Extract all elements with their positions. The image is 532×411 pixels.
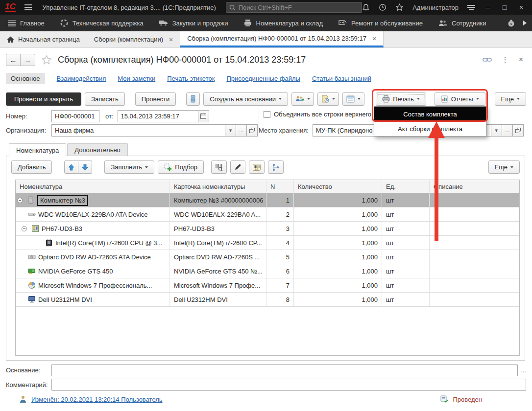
menu-item-kit-contents[interactable]: Состав комплекта (374, 107, 486, 121)
col-header[interactable]: Ед. (382, 180, 430, 193)
basis-field[interactable] (51, 364, 518, 376)
table-row[interactable]: NVIDIA GeForce GTS 450 NVIDIA GeForce GT… (16, 264, 519, 278)
col-header[interactable]: Номенклатура (16, 180, 170, 193)
tab-close-icon[interactable]: × (169, 36, 173, 44)
nav-link-files[interactable]: Присоединенные файлы (226, 75, 300, 82)
table-row[interactable]: Dell U2312HM DVI Dell U2312HM DVI 8 1,00… (16, 293, 519, 307)
document-structure-button[interactable] (186, 92, 200, 106)
pick-button[interactable]: Подбор (158, 160, 204, 174)
tab-assemblies-list[interactable]: Сборки (комплектации) × (87, 31, 180, 47)
nav-link-notes[interactable]: Мои заметки (118, 75, 155, 82)
back-button[interactable]: ← (6, 54, 21, 66)
print-button[interactable]: Печать (376, 92, 426, 106)
organization-ellipsis-button[interactable]: ... (236, 124, 247, 137)
storage-ellipsis-button[interactable]: ... (502, 124, 513, 137)
document-schedule-button[interactable] (317, 92, 339, 106)
basis-ellipsis-button[interactable]: ... (521, 366, 526, 374)
close-window-icon[interactable]: × (517, 3, 525, 11)
add-row-button[interactable]: Добавить (11, 160, 52, 174)
cell-value: WDC WD10EALX-229BA0 ATA Device (38, 211, 148, 218)
planner-button[interactable] (342, 92, 364, 106)
hierarchy-button[interactable] (268, 160, 284, 174)
nav-link-knowledge[interactable]: Статьи базы знаний (312, 75, 371, 82)
global-search-input[interactable]: Поиск Ctrl+Shift+F (226, 2, 362, 13)
stylus-button[interactable] (230, 160, 245, 174)
nav-link-main[interactable]: Основное (6, 73, 45, 84)
menu-item-sotrudniki[interactable]: Сотрудники (431, 15, 494, 31)
save-button[interactable]: Записать (85, 92, 125, 106)
col-header[interactable]: Карточка номенклатуры (170, 180, 266, 193)
salary-moneybag-icon[interactable]: s (508, 20, 515, 27)
col-header[interactable]: N (266, 180, 294, 193)
nav-link-interactions[interactable]: Взаимодействия (57, 75, 106, 82)
menu-item-nomenklatura[interactable]: Номенклатура и склад (236, 15, 331, 31)
maximize-icon[interactable]: □ (501, 3, 508, 11)
field-value: Наша фирма (55, 127, 94, 134)
col-header[interactable]: Описание (430, 180, 519, 193)
chevron-down-icon (307, 98, 310, 100)
organization-field[interactable]: Наша фирма (51, 124, 225, 137)
table-row[interactable]: Intel(R) Core(TM) i7-2600 CPU @ 3... Int… (16, 236, 519, 250)
minimize-icon[interactable]: – (484, 3, 492, 11)
comment-field[interactable] (51, 379, 526, 391)
storage-open-icon[interactable] (513, 124, 524, 137)
tab-nomenclature[interactable]: Номенклатура (9, 143, 66, 157)
get-link-icon[interactable] (483, 57, 492, 63)
table-row[interactable]: PH67-UD3-B3 PH67-UD3-B3 3 1,000 шт (16, 222, 519, 236)
more-actions-icon[interactable]: ⋮ (502, 55, 509, 64)
table-row[interactable]: WDC WD10EALX-229BA0 ATA Device WDC WD10E… (16, 207, 519, 222)
fill-button[interactable]: Заполнить (104, 160, 154, 174)
menubar-overflow-arrow-icon[interactable] (523, 20, 527, 26)
command-bar: Провести и закрыть Записать Провести Соз… (6, 92, 526, 106)
menu-item-podderzhka[interactable]: Техническая поддержка (52, 15, 151, 31)
barcode-icon: 0-3 (253, 164, 261, 171)
collapse-icon[interactable] (22, 226, 27, 231)
calendar-icon[interactable] (198, 110, 209, 122)
barcode-button[interactable]: 0-3 (249, 160, 265, 174)
table-row[interactable]: Microsoft Windows 7 Профессиональ... Mic… (16, 278, 519, 293)
menu-item-zakupki[interactable]: Закупки и продажи (151, 15, 236, 31)
collapse-icon[interactable] (17, 198, 23, 203)
close-form-icon[interactable]: × (519, 55, 523, 64)
tab-close-icon[interactable]: × (372, 35, 376, 43)
cell-desc (430, 293, 519, 306)
current-user-label[interactable]: Администратор (412, 4, 459, 11)
reports-button[interactable]: Отчеты (435, 92, 485, 106)
number-row: Номер: НФ00-000001 от: 15.04.2013 23:59:… (6, 110, 261, 122)
date-field[interactable]: 15.04.2013 23:59:17 (118, 110, 198, 122)
post-and-close-button[interactable]: Провести и закрыть (6, 92, 81, 106)
contacts-add-button[interactable] (291, 92, 314, 106)
items-table[interactable]: Номенклатура Карточка номенклатуры N Кол… (15, 180, 520, 356)
barcode-scan-button[interactable] (211, 160, 227, 174)
menu-item-remont[interactable]: Ремонт и обслуживание (331, 15, 431, 31)
col-header[interactable]: Количество (294, 180, 382, 193)
comment-label: Комментарий: (6, 381, 51, 388)
merge-rows-checkbox-row[interactable]: Объединить все строки верхнего (264, 111, 372, 118)
number-field[interactable]: НФ00-000001 (51, 110, 99, 122)
tab-assembly-document[interactable]: Сборка (комплектация) НФ00-000001 от 15.… (180, 31, 384, 47)
favorites-star-icon[interactable] (395, 3, 404, 11)
notifications-bell-icon[interactable] (362, 3, 370, 11)
modified-link[interactable]: Изменён: 20.02.2021 13:20:14 Пользовател… (31, 396, 163, 403)
create-based-on-button[interactable]: Создать на основании (203, 92, 288, 106)
storage-dropdown-icon[interactable]: ▾ (491, 124, 502, 137)
table-more-button[interactable]: Еще (488, 160, 520, 174)
table-row[interactable]: Optiarc DVD RW AD-7260S ATA Device Optia… (16, 250, 519, 264)
more-button[interactable]: Еще (495, 92, 526, 106)
nav-link-labels[interactable]: Печать этикеток (167, 75, 215, 82)
table-row[interactable]: Компьютер №3 Компьютер №3 #00000000006 1… (16, 193, 519, 207)
organization-dropdown-icon[interactable]: ▾ (225, 124, 236, 137)
forward-button[interactable]: → (21, 54, 35, 66)
tab-home[interactable]: Начальная страница (0, 31, 87, 47)
tab-additional[interactable]: Дополнительно (67, 143, 128, 156)
move-down-button[interactable] (78, 160, 92, 174)
app-menu-icon[interactable] (24, 4, 32, 10)
merge-rows-checkbox[interactable] (264, 111, 270, 118)
move-up-button[interactable] (64, 160, 78, 174)
post-button[interactable]: Провести (135, 92, 176, 106)
menu-item-glavnoe[interactable]: Главное (0, 15, 52, 31)
organization-open-icon[interactable] (247, 124, 258, 137)
history-clock-icon[interactable] (379, 3, 387, 11)
favorite-star-icon[interactable] (41, 55, 52, 65)
user-menu-icon[interactable] (467, 5, 475, 10)
